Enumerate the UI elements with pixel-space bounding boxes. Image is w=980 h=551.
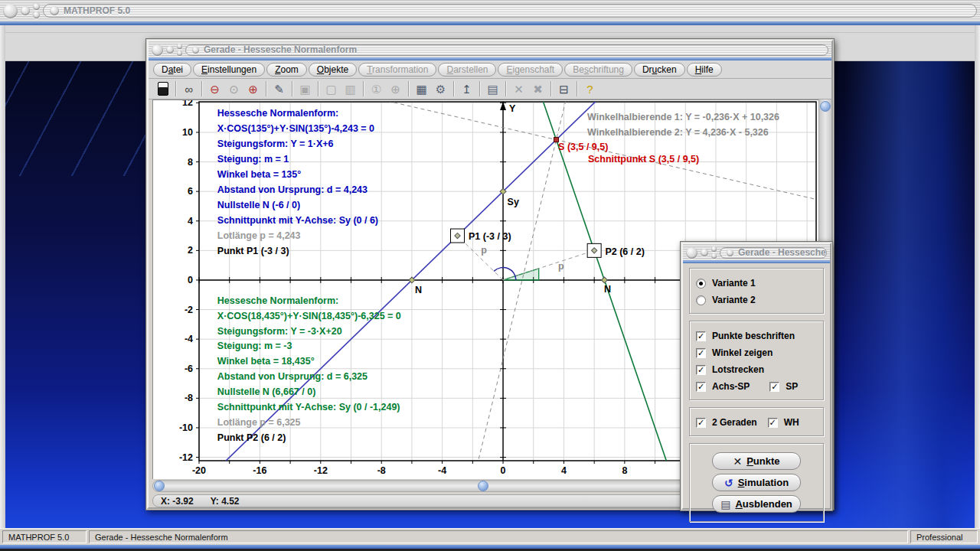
checkbox-punkte-beschriften[interactable]: ✓Punkte beschriften — [696, 328, 817, 344]
toolbar-separator — [479, 81, 480, 96]
menu-darstellen: Darstellen — [438, 63, 496, 77]
vertical-scroll-thumb[interactable] — [820, 101, 831, 112]
info-text-line: Winkel beta = 135° — [217, 169, 301, 180]
menu-drucken[interactable]: Drucken — [634, 63, 685, 77]
y-tick-label: 12 — [182, 100, 193, 108]
close-button[interactable] — [3, 4, 18, 18]
restore-button[interactable] — [177, 51, 182, 56]
cursor-x-value: X: -3.92 — [161, 496, 194, 507]
checkbox-wh[interactable]: ✓WH — [768, 414, 799, 431]
x-tick-label: 8 — [622, 465, 627, 476]
zoom-out-icon[interactable]: ⊖ — [205, 80, 224, 97]
frame-icon[interactable]: ▢ — [322, 80, 341, 97]
restore-button[interactable] — [33, 11, 40, 18]
annotation-text: Winkelhalbierende 1: Y = -0,236·X + 10,3… — [587, 112, 779, 122]
close-button[interactable] — [152, 44, 163, 56]
y-tick-label: 0 — [188, 275, 193, 285]
layout-icon[interactable]: ▣ — [296, 80, 315, 97]
cursor-y-value: Y: 4.52 — [211, 496, 240, 507]
simulation-button[interactable]: ↺Simulation — [712, 474, 801, 491]
point-label: P1 (-3 / 3) — [469, 231, 511, 242]
y-tick-label: 6 — [188, 186, 193, 197]
radio-variante-2[interactable]: Variante 2 — [696, 292, 817, 308]
annotation-text: Winkelhalbierende 2: Y = 4,236·X - 5,326 — [587, 127, 769, 138]
double-frame-icon[interactable]: ▥ — [341, 80, 360, 97]
checkbox-winkel-zeigen[interactable]: ✓Winkel zeigen — [696, 344, 817, 361]
info-text-line: Schnittpunkt mit Y-Achse: Sy (0 / -1,249… — [217, 402, 400, 412]
dialog-titlebar[interactable]: Gerade - Hessesche N... — [683, 244, 830, 261]
minimize-button[interactable] — [21, 6, 30, 15]
properties-icon[interactable]: ✎ — [270, 80, 289, 97]
circle-plus-icon[interactable]: ⊕ — [386, 80, 405, 97]
restore-button[interactable] — [711, 253, 717, 259]
menu-beschriftung: Beschriftung — [564, 63, 632, 77]
toolbar-separator — [318, 81, 318, 96]
info-text-line: Steigung: m = -3 — [217, 341, 292, 351]
table-icon[interactable]: ▦ — [412, 80, 431, 97]
maximize-button[interactable] — [33, 3, 40, 10]
punkte-button[interactable]: ✕Punkte — [712, 452, 801, 470]
toolbar-separator — [363, 81, 364, 96]
checkbox-indicator[interactable]: ✓ — [696, 348, 706, 358]
info-text-line: Hessesche Normalenform: — [217, 108, 338, 119]
wallpaper-band — [844, 61, 975, 528]
menu-objekte[interactable]: Objekte — [309, 63, 357, 77]
view-glasses-icon[interactable]: ∞ — [179, 80, 198, 97]
menu-datei[interactable]: Datei — [153, 63, 191, 77]
zoom-in-icon[interactable]: ⊕ — [243, 80, 263, 97]
info-text-line: Hessesche Normalenform: — [217, 295, 338, 306]
scroll-left-button[interactable] — [154, 481, 165, 491]
checkbox-lotstrecken[interactable]: ✓Lotstrecken — [696, 361, 817, 378]
checkbox-sp[interactable]: ✓SP — [769, 378, 798, 395]
info-text-line: Steigung: m = 1 — [217, 154, 289, 165]
checkbox-indicator[interactable]: ✓ — [769, 382, 779, 392]
x-tick-label: -16 — [253, 465, 266, 476]
print-icon[interactable]: ⊟ — [554, 80, 573, 97]
delete-icon[interactable]: ✕ — [509, 80, 528, 97]
delete-all-icon[interactable]: ✖ — [528, 80, 547, 97]
graph-window-title: Gerade - Hessesche Normalenform — [204, 44, 357, 55]
circle-one-icon[interactable]: ① — [367, 80, 386, 97]
menu-zoom[interactable]: Zoom — [266, 63, 307, 77]
maximize-button[interactable] — [711, 246, 717, 252]
info-text-line: Nullstelle N (-6 / 0) — [217, 200, 300, 210]
checkbox-indicator[interactable]: ✓ — [696, 418, 706, 428]
exit-icon[interactable] — [153, 80, 172, 97]
button-label: Simulation — [738, 477, 789, 488]
copy-pages-icon[interactable]: ▤ — [483, 80, 502, 97]
settings-icon[interactable]: ⚙ — [431, 80, 450, 97]
info-text-line: Nullstelle N (6,667 / 0) — [217, 386, 316, 397]
export-chart-icon[interactable]: ↥ — [457, 80, 476, 97]
menu-eigenschaft: Eigenschaft — [498, 63, 563, 77]
close-button[interactable] — [686, 247, 697, 259]
radio-indicator[interactable] — [696, 295, 706, 305]
main-title-pill: MATHPROF 5.0 — [43, 4, 977, 18]
minimize-button[interactable] — [701, 249, 708, 256]
minimize-button[interactable] — [166, 46, 174, 54]
maximize-button[interactable] — [177, 44, 182, 49]
geraden-group: ✓2 Geraden✓WH — [689, 407, 824, 436]
status-app-name: MATHPROF 5.0 — [2, 530, 87, 543]
checkbox-indicator[interactable]: ✓ — [696, 382, 706, 392]
radio-indicator[interactable] — [696, 279, 706, 289]
y-tick-label: 4 — [188, 216, 193, 227]
checkbox-2-geraden[interactable]: ✓2 Geraden — [696, 414, 757, 431]
zoom-reset-icon[interactable]: ⊙ — [224, 80, 243, 97]
variant-group: Variante 1Variante 2 — [689, 268, 824, 314]
graph-window-titlebar[interactable]: Gerade - Hessesche Normalenform — [149, 41, 831, 58]
checkbox-indicator[interactable]: ✓ — [696, 365, 706, 375]
horizontal-scroll-thumb[interactable] — [478, 481, 488, 491]
x-tick-label: -4 — [438, 465, 446, 476]
ausblenden-button[interactable]: ▤Ausblenden — [712, 495, 801, 513]
y-tick-label: -6 — [185, 364, 193, 374]
checkbox-achs-sp[interactable]: ✓Achs-SP — [696, 378, 750, 395]
checkbox-indicator[interactable]: ✓ — [696, 331, 706, 341]
radio-variante-1[interactable]: Variante 1 — [696, 275, 817, 292]
y-tick-label: -4 — [185, 334, 193, 344]
help-icon[interactable]: ? — [580, 80, 599, 97]
menu-hilfe[interactable]: Hilfe — [687, 63, 722, 77]
graph-title-pill: Gerade - Hessesche Normalenform — [185, 44, 828, 56]
point-label: N — [415, 285, 422, 295]
menu-einstellungen[interactable]: Einstellungen — [193, 63, 265, 77]
checkbox-indicator[interactable]: ✓ — [768, 418, 778, 428]
